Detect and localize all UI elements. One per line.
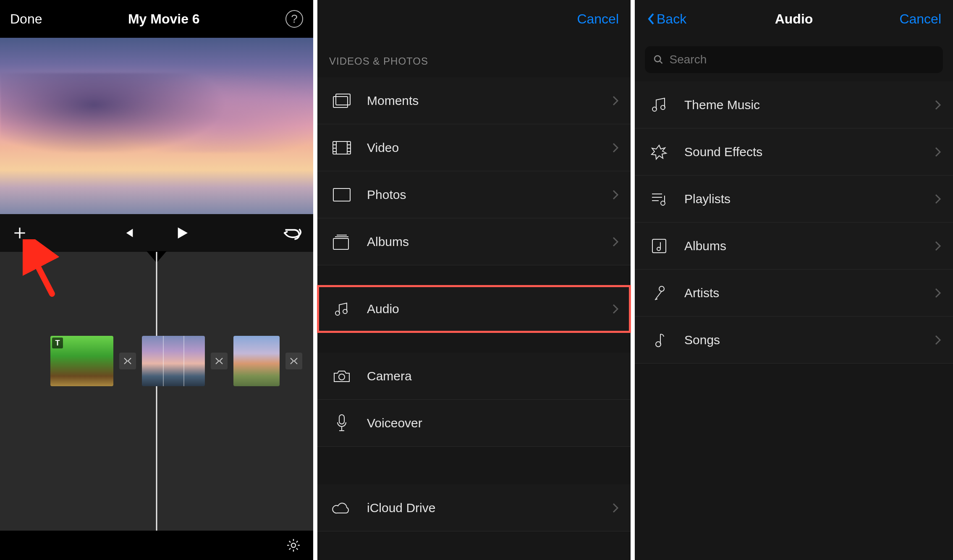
row-label: Playlists [684,192,935,206]
svg-point-18 [655,56,660,62]
timeline-clip[interactable] [142,336,205,386]
row-albums[interactable]: Albums [317,218,631,265]
music-icon [651,97,667,113]
chevron-right-icon [612,189,619,200]
video-icon [332,141,351,155]
undo-icon [283,226,301,240]
row-label: Sound Effects [684,145,935,159]
photos-icon [333,188,351,202]
row-label: Theme Music [684,98,935,112]
search-container [635,38,953,81]
row-label: iCloud Drive [367,501,612,515]
row-voiceover[interactable]: Voiceover [317,400,631,447]
skip-back-icon [121,226,135,240]
row-audio[interactable]: Audio [317,285,631,332]
chevron-left-icon [647,12,655,26]
svg-point-24 [659,286,664,291]
row-playlists[interactable]: Playlists [635,175,953,222]
audio-icon [333,301,350,317]
play-icon [173,225,190,241]
row-label: Songs [684,333,935,347]
done-button[interactable]: Done [10,11,42,27]
camera-icon [333,369,351,383]
section-header-videos-photos: VIDEOS & PHOTOS [317,38,631,77]
transition-icon [289,356,299,366]
search-input[interactable] [670,53,935,66]
back-label: Back [657,11,686,27]
svg-rect-17 [339,415,344,424]
transition-button[interactable] [119,353,136,369]
timeline-clip[interactable]: T [50,336,113,386]
song-icon [653,332,665,348]
cloud-icon [332,501,351,515]
media-picker-panel: Cancel VIDEOS & PHOTOS Moments Video Pho… [317,0,635,560]
row-label: Voiceover [367,416,619,430]
cancel-button[interactable]: Cancel [577,11,619,27]
svg-point-21 [661,201,665,205]
audio-header: Back Audio Cancel [635,0,953,38]
chevron-right-icon [935,147,941,157]
project-title: My Movie 6 [128,11,200,27]
media-picker-header: Cancel [317,0,631,38]
microphone-icon [336,414,348,432]
chevron-right-icon [612,95,619,106]
row-artists[interactable]: Artists [635,270,953,317]
row-albums[interactable]: Albums [635,222,953,270]
timeline[interactable]: T [0,252,313,531]
timeline-clip[interactable] [233,336,280,386]
play-button[interactable] [173,225,190,241]
transition-button[interactable] [211,353,228,369]
help-button[interactable]: ? [285,10,303,28]
transport-bar [0,214,313,252]
svg-point-0 [291,543,296,547]
chevron-right-icon [612,502,619,513]
row-songs[interactable]: Songs [635,317,953,364]
skip-back-button[interactable] [121,226,135,240]
row-theme-music[interactable]: Theme Music [635,81,953,128]
row-camera[interactable]: Camera [317,353,631,400]
transition-icon [214,356,224,366]
row-label: Audio [367,302,612,316]
back-button[interactable]: Back [647,11,686,27]
settings-button[interactable] [285,537,301,553]
video-preview[interactable] [0,38,313,214]
undo-button[interactable] [283,226,301,240]
row-label: Video [367,141,612,155]
editor-header: Done My Movie 6 ? [0,0,313,38]
help-icon: ? [291,12,298,26]
album-icon [651,238,667,254]
svg-rect-13 [333,238,348,249]
row-icloud-drive[interactable]: iCloud Drive [317,484,631,531]
row-moments[interactable]: Moments [317,77,631,124]
row-video[interactable]: Video [317,124,631,171]
editor-panel: Done My Movie 6 ? T [0,0,317,560]
search-icon [653,54,664,65]
row-label: Moments [367,94,612,108]
chevron-right-icon [612,236,619,247]
transition-button[interactable] [285,353,302,369]
cancel-button[interactable]: Cancel [899,11,941,27]
row-sound-effects[interactable]: Sound Effects [635,128,953,175]
row-label: Photos [367,188,612,202]
chevron-right-icon [935,99,941,110]
albums-icon [333,233,351,250]
plus-icon [12,225,28,241]
playhead-line[interactable] [156,252,157,531]
chevron-right-icon [935,241,941,251]
chevron-right-icon [935,335,941,345]
row-photos[interactable]: Photos [317,171,631,218]
burst-icon [651,144,668,160]
svg-rect-12 [333,188,350,201]
search-field[interactable] [645,46,943,73]
moments-icon [333,92,351,109]
svg-point-16 [339,374,345,380]
row-label: Camera [367,369,619,383]
artist-icon [652,285,667,301]
playlist-icon [650,191,668,207]
clip-row: T [0,336,313,386]
add-media-button[interactable] [12,225,28,241]
gear-icon [285,537,301,553]
bottom-toolbar [0,531,313,560]
chevron-right-icon [612,304,619,314]
chevron-right-icon [935,288,941,298]
